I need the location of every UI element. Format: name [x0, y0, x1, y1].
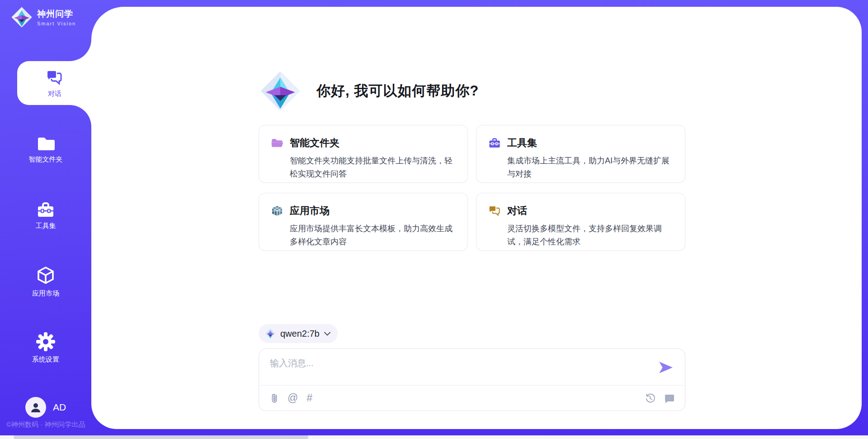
- card-title: 应用市场: [290, 204, 330, 218]
- feature-cards: 智能文件夹 智能文件夹功能支持批量文件上传与清洗，轻松实现文件问答 工具集 集成…: [259, 125, 685, 251]
- gear-icon: [36, 332, 56, 352]
- horizontal-scrollbar-thumb[interactable]: [14, 435, 308, 439]
- model-logo-icon: [265, 328, 276, 339]
- sidebar-item-app-market[interactable]: 应用市场: [0, 261, 91, 302]
- sidebar-item-label: 工具集: [36, 222, 56, 230]
- user-profile[interactable]: AD: [0, 393, 91, 422]
- card-toolset[interactable]: 工具集 集成市场上主流工具，助力AI与外界无缝扩展与对接: [476, 125, 685, 183]
- history-icon[interactable]: [645, 393, 656, 404]
- attach-file-icon[interactable]: [270, 393, 279, 404]
- hashtag-icon[interactable]: #: [307, 393, 312, 403]
- chevron-down-icon: [324, 332, 330, 336]
- card-description: 应用市场提供丰富长文本模板，助力高效生成多样化文章内容: [290, 222, 458, 248]
- copyright-footer: ©神州数码 · 神州问学出品: [6, 420, 85, 429]
- sidebar-item-label: 智能文件夹: [29, 155, 63, 164]
- card-title: 智能文件夹: [290, 136, 340, 150]
- card-title: 工具集: [507, 136, 537, 150]
- message-composer: @ #: [259, 348, 685, 411]
- card-description: 灵活切换多模型文件，支持多样回复效果调试，满足个性化需求: [507, 222, 675, 248]
- greeting-block: 你好, 我可以如何帮助你?: [259, 70, 479, 112]
- avatar: [25, 397, 46, 418]
- message-input[interactable]: [270, 356, 654, 368]
- sidebar: 神州问学 Smart Vision 对话 智能文件夹 工具集: [0, 0, 91, 429]
- sidebar-item-label: 对话: [48, 90, 61, 98]
- apps-cube-icon: [271, 205, 283, 217]
- card-app-market[interactable]: 应用市场 应用市场提供丰富长文本模板，助力高效生成多样化文章内容: [259, 193, 468, 251]
- card-title: 对话: [507, 204, 527, 218]
- brand-name: 神州问学: [37, 8, 76, 20]
- greeting-title: 你好, 我可以如何帮助你?: [316, 81, 479, 100]
- mention-icon[interactable]: @: [288, 393, 298, 403]
- chat-panel-icon[interactable]: [664, 393, 675, 404]
- card-chat[interactable]: 对话 灵活切换多模型文件，支持多样回复效果调试，满足个性化需求: [476, 193, 685, 251]
- card-description: 集成市场上主流工具，助力AI与外界无缝扩展与对接: [507, 154, 675, 181]
- brand-block: 神州问学 Smart Vision: [11, 6, 76, 28]
- horizontal-scrollbar[interactable]: [0, 435, 868, 439]
- tab-curve-top: [70, 39, 91, 61]
- folder-open-icon: [271, 137, 283, 149]
- brand-subtitle: Smart Vision: [37, 21, 76, 26]
- card-description: 智能文件夹功能支持批量文件上传与清洗，轻松实现文件问答: [290, 154, 458, 181]
- person-icon: [30, 401, 42, 413]
- toolbox-icon: [488, 137, 501, 149]
- sidebar-item-label: 应用市场: [32, 289, 59, 298]
- main-panel: 你好, 我可以如何帮助你? 智能文件夹 智能文件夹功能支持批量文件上传与清洗，轻…: [91, 7, 862, 429]
- chat-bubbles-icon: [488, 205, 501, 217]
- chat-icon: [46, 68, 64, 86]
- sidebar-item-toolset[interactable]: 工具集: [0, 195, 91, 236]
- model-selector[interactable]: qwen2:7b: [259, 324, 338, 343]
- brand-diamond-logo-icon: [259, 70, 301, 112]
- sidebar-item-settings[interactable]: 系统设置: [0, 327, 91, 368]
- folder-icon: [36, 135, 55, 152]
- send-icon[interactable]: [659, 361, 673, 374]
- sidebar-item-chat[interactable]: 对话: [17, 61, 92, 105]
- user-name: AD: [53, 402, 66, 413]
- cube-icon: [36, 266, 55, 286]
- tab-curve-bottom: [70, 105, 91, 127]
- sidebar-item-label: 系统设置: [32, 355, 59, 364]
- toolbox-icon: [36, 201, 55, 218]
- brand-logo-icon: [11, 6, 33, 28]
- sidebar-item-smart-folder[interactable]: 智能文件夹: [0, 129, 91, 170]
- model-name: qwen2:7b: [280, 329, 320, 339]
- card-smart-folder[interactable]: 智能文件夹 智能文件夹功能支持批量文件上传与清洗，轻松实现文件问答: [259, 125, 468, 183]
